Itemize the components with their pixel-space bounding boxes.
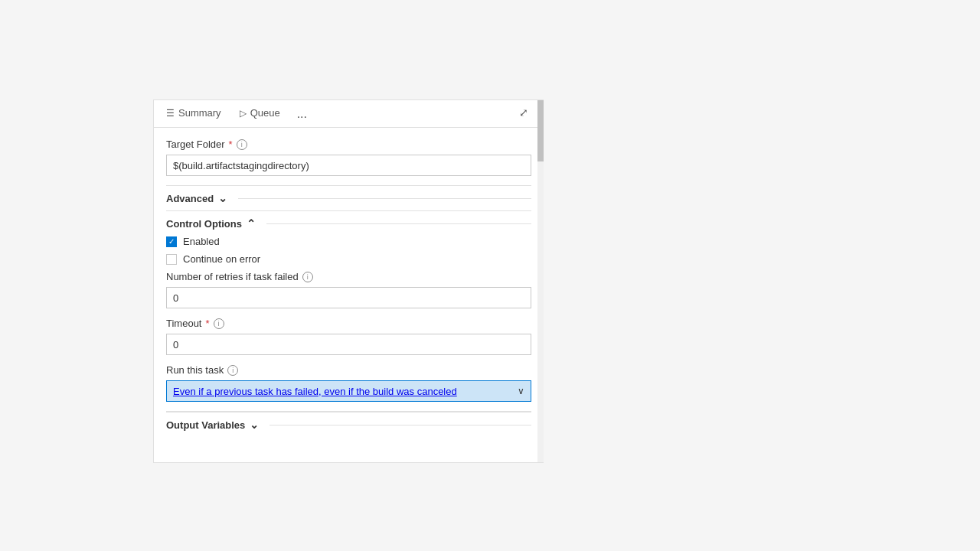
tab-summary-label: Summary — [178, 107, 221, 119]
scrollbar-thumb[interactable] — [537, 100, 544, 161]
enabled-label: Enabled — [183, 236, 220, 247]
tab-bar: ☰ Summary ▷ Queue ... ⤢ — [154, 100, 544, 128]
target-folder-input[interactable] — [166, 155, 531, 176]
output-variables-section-header[interactable]: Output Variables — [166, 412, 531, 437]
run-this-task-dropdown-arrow-icon: ∨ — [518, 386, 524, 396]
run-this-task-value: Even if a previous task has failed, even… — [173, 386, 457, 397]
enabled-checkbox-row: Enabled — [166, 236, 531, 247]
continue-on-error-checkbox-row: Continue on error — [166, 253, 531, 265]
more-options-button[interactable]: ... — [297, 107, 307, 121]
advanced-section-header[interactable]: Advanced — [166, 185, 531, 210]
timeout-required: * — [205, 318, 209, 329]
advanced-label: Advanced — [166, 193, 214, 204]
summary-icon: ☰ — [166, 108, 175, 119]
enabled-checkbox[interactable] — [166, 236, 177, 247]
output-variables-divider — [270, 425, 531, 425]
target-folder-label: Target Folder — [166, 139, 225, 150]
tab-queue[interactable]: ▷ Queue — [237, 100, 283, 127]
advanced-chevron-icon — [218, 192, 227, 204]
target-folder-info-icon[interactable]: i — [237, 139, 247, 150]
content-area: Target Folder * i Advanced Control Optio… — [154, 128, 544, 462]
page-wrapper: ☰ Summary ▷ Queue ... ⤢ Target Folder * … — [0, 0, 980, 551]
output-variables-label: Output Variables — [166, 419, 245, 431]
tab-summary[interactable]: ☰ Summary — [163, 100, 224, 127]
queue-icon: ▷ — [240, 108, 247, 119]
control-options-section-header[interactable]: Control Options — [166, 210, 531, 236]
scrollbar-track — [537, 100, 544, 462]
retries-info-icon[interactable]: i — [302, 272, 313, 282]
retries-label: Number of retries if task failed — [166, 271, 299, 282]
target-folder-required: * — [229, 139, 233, 150]
control-options-divider — [266, 223, 531, 224]
timeout-input[interactable] — [166, 334, 531, 355]
timeout-label-row: Timeout * i — [166, 318, 531, 329]
continue-on-error-label: Continue on error — [183, 253, 260, 265]
panel: ☰ Summary ▷ Queue ... ⤢ Target Folder * … — [153, 99, 544, 463]
continue-on-error-checkbox[interactable] — [166, 254, 177, 265]
output-variables-section: Output Variables — [166, 411, 531, 437]
expand-icon[interactable]: ⤢ — [519, 106, 528, 119]
retries-label-row: Number of retries if task failed i — [166, 271, 531, 282]
target-folder-label-row: Target Folder * i — [166, 139, 531, 150]
run-this-task-label: Run this task — [166, 364, 224, 376]
control-options-label: Control Options — [166, 218, 242, 230]
retries-input[interactable] — [166, 287, 531, 308]
control-options-chevron-icon — [247, 217, 256, 230]
run-this-task-info-icon[interactable]: i — [227, 365, 238, 376]
timeout-label: Timeout — [166, 318, 201, 329]
timeout-info-icon[interactable]: i — [214, 318, 224, 329]
run-this-task-label-row: Run this task i — [166, 364, 531, 376]
advanced-divider — [238, 198, 531, 199]
output-variables-chevron-icon — [250, 419, 259, 431]
tab-queue-label: Queue — [250, 107, 280, 119]
run-this-task-dropdown[interactable]: Even if a previous task has failed, even… — [166, 380, 531, 402]
